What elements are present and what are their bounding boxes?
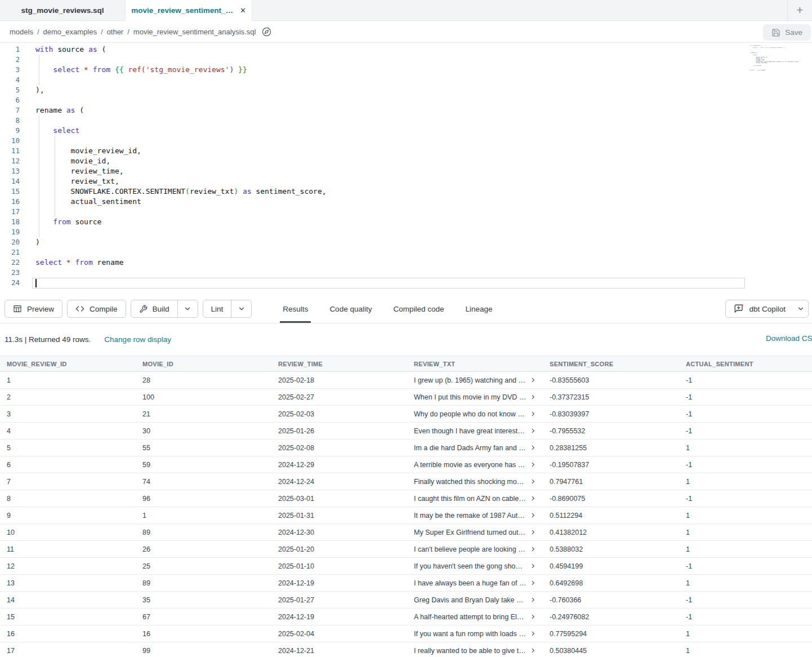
expand-row-icon[interactable] [530, 631, 536, 637]
table-row: 1282025-02-18I grew up (b. 1965) watchin… [0, 372, 812, 389]
cell-review-time: 2024-12-21 [271, 647, 407, 655]
new-tab-button[interactable]: + [787, 0, 812, 20]
line-number: 23 [0, 268, 20, 278]
cell-review-txt: I grew up (b. 1965) watching and lovin… [407, 376, 543, 384]
line-number: 5 [0, 85, 20, 95]
expand-row-icon[interactable] [530, 647, 536, 654]
compass-icon[interactable] [262, 27, 271, 37]
results-toolbar: Preview Compile Build Lint Resul [0, 295, 812, 323]
line-number: 16 [0, 197, 20, 207]
expand-row-icon[interactable] [530, 580, 536, 586]
column-header-review-time: REVIEW_TIME [271, 361, 407, 367]
column-header-movie-review-id: MOVIE_REVIEW_ID [0, 361, 136, 367]
cell-review-txt: Finally watched this shocking movie la… [407, 478, 543, 486]
build-button[interactable]: Build [131, 300, 198, 318]
expand-row-icon[interactable] [530, 461, 536, 468]
tab-results[interactable]: Results [272, 295, 319, 323]
download-csv-link[interactable]: Download CSV [766, 334, 812, 343]
expand-row-icon[interactable] [530, 614, 536, 620]
code-icon [75, 304, 84, 313]
expand-row-icon[interactable] [530, 411, 536, 417]
expand-row-icon[interactable] [530, 495, 536, 501]
compile-label: Compile [90, 305, 118, 313]
cell-sentiment-score: 0.28381255 [543, 444, 679, 452]
cell-review-txt: I really wanted to be able to give this … [407, 647, 543, 655]
close-tab-icon[interactable]: ✕ [240, 6, 246, 15]
cell-movie-review-id: 11 [0, 545, 136, 553]
cell-review-time: 2025-01-20 [271, 545, 407, 553]
breadcrumb-segment: movie_review_sentiment_analysis.sql [133, 28, 256, 36]
dbt-ide-window: stg_movie_reviews.sql movie_review_senti… [0, 0, 812, 657]
cell-movie-review-id: 12 [0, 562, 136, 570]
cell-sentiment-score: -0.760366 [543, 596, 679, 604]
cell-review-time: 2025-01-31 [271, 512, 407, 520]
cell-review-time: 2025-01-10 [271, 562, 407, 570]
cell-movie-id: 30 [136, 427, 271, 435]
table-row: 5552025-02-08Im a die hard Dads Army fan… [0, 440, 812, 456]
cell-actual-sentiment: -1 [679, 596, 812, 604]
tab-lineage[interactable]: Lineage [455, 295, 503, 323]
lint-button[interactable]: Lint [203, 300, 252, 318]
save-button[interactable]: Save [763, 24, 811, 41]
code-editor[interactable]: 1with source as (23 select * from {{ ref… [0, 43, 812, 295]
expand-row-icon[interactable] [530, 563, 536, 569]
cell-movie-id: 96 [136, 495, 271, 503]
expand-row-icon[interactable] [530, 546, 536, 552]
expand-row-icon[interactable] [530, 529, 536, 535]
cell-review-txt: I have always been a huge fan of "Hom… [407, 579, 543, 587]
cell-actual-sentiment: -1 [679, 562, 812, 570]
expand-row-icon[interactable] [530, 512, 536, 518]
dbt-copilot-button[interactable]: dbt Copilot [725, 300, 809, 318]
cell-actual-sentiment: -1 [679, 376, 812, 384]
expand-row-icon[interactable] [530, 597, 536, 603]
cell-movie-review-id: 6 [0, 461, 136, 469]
cell-review-txt: When I put this movie in my DVD playe… [407, 393, 543, 401]
tab-compiled-code[interactable]: Compiled code [382, 295, 454, 323]
cell-sentiment-score: -0.19507837 [543, 461, 679, 469]
tab-label: stg_movie_reviews.sql [21, 6, 104, 15]
cell-review-time: 2025-03-01 [271, 495, 407, 503]
copilot-chat-sparkle-icon [734, 304, 744, 314]
tab-code-quality[interactable]: Code quality [319, 295, 382, 323]
tab-movie-review-sentiment-analysis[interactable]: movie_review_sentiment_… ✕ [126, 0, 252, 21]
table-row: 10892024-12-30My Super Ex Girlfriend tur… [0, 524, 812, 541]
cell-review-txt: I caught this film on AZN on cable. It s… [407, 495, 543, 503]
cell-actual-sentiment: -1 [679, 427, 812, 435]
line-number: 6 [0, 95, 20, 105]
table-row: 13892024-12-19I have always been a huge … [0, 575, 812, 592]
build-dropdown-button[interactable] [177, 300, 198, 317]
cell-actual-sentiment: -1 [679, 613, 812, 621]
cell-actual-sentiment: 1 [679, 529, 812, 536]
expand-row-icon[interactable] [530, 394, 536, 400]
expand-row-icon[interactable] [530, 445, 536, 451]
compile-button[interactable]: Compile [67, 300, 126, 318]
cell-review-txt: Why do people who do not know what… [407, 410, 543, 418]
cell-review-txt: If you want a fun romp with loads of s… [407, 630, 543, 638]
line-number: 22 [0, 258, 20, 268]
line-number: 10 [0, 136, 20, 146]
change-row-display-link[interactable]: Change row display [104, 335, 171, 344]
cell-movie-id: 99 [136, 647, 271, 655]
cell-review-time: 2025-02-18 [271, 376, 407, 384]
lint-dropdown-button[interactable] [231, 300, 251, 317]
cell-review-time: 2025-01-27 [271, 596, 407, 604]
preview-button[interactable]: Preview [5, 300, 63, 318]
cell-movie-review-id: 7 [0, 478, 136, 486]
code-lines: 1with source as (23 select * from {{ ref… [0, 45, 327, 288]
breadcrumb-segment: other [107, 28, 124, 36]
table-row: 12252025-01-10If you haven't seen the go… [0, 558, 812, 575]
editor-minimap[interactable]: with source as ( select * from {{ ref('s… [750, 45, 809, 73]
results-table-header: MOVIE_REVIEW_ID MOVIE_ID REVIEW_TIME REV… [0, 356, 812, 372]
cell-sentiment-score: -0.37372315 [543, 393, 679, 401]
expand-row-icon[interactable] [530, 377, 536, 383]
tab-stg-movie-reviews[interactable]: stg_movie_reviews.sql [0, 0, 126, 20]
cell-movie-review-id: 17 [0, 647, 136, 655]
expand-row-icon[interactable] [530, 428, 536, 434]
copilot-dropdown-button[interactable] [793, 300, 808, 317]
expand-row-icon[interactable] [530, 478, 536, 485]
cell-review-time: 2024-12-19 [271, 579, 407, 587]
cell-actual-sentiment: 1 [679, 512, 812, 520]
save-label: Save [785, 28, 802, 37]
cell-movie-id: 55 [136, 444, 271, 452]
cell-actual-sentiment: -1 [679, 393, 812, 401]
